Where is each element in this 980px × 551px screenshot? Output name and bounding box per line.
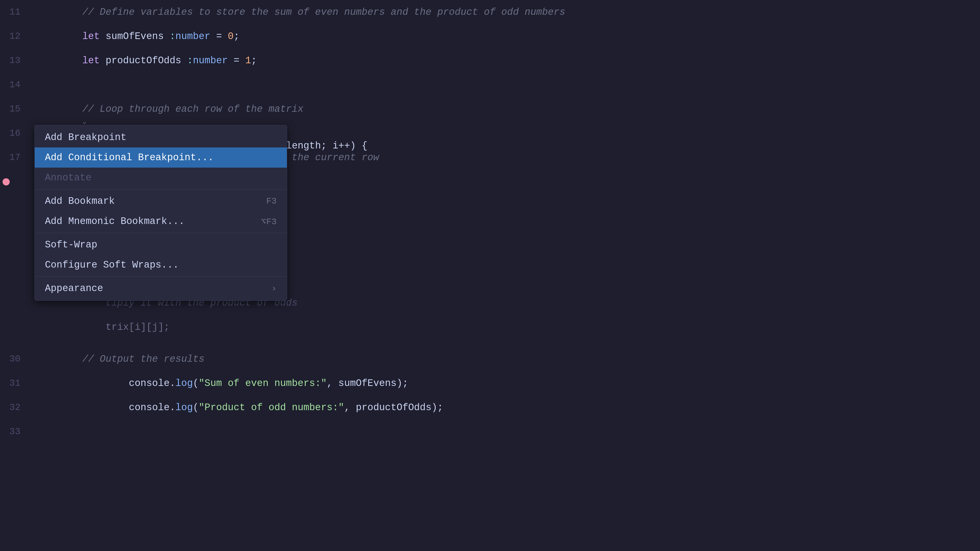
code-line-13: 13 let productOfOdds :number = 1; xyxy=(0,48,980,73)
menu-item-add-breakpoint[interactable]: Add Breakpoint xyxy=(35,127,287,148)
menu-item-add-mnemonic-bookmark-label: Add Mnemonic Bookmark... xyxy=(45,216,185,227)
menu-item-appearance-label: Appearance xyxy=(45,283,103,294)
menu-item-soft-wrap-label: Soft-Wrap xyxy=(45,239,97,250)
menu-item-add-bookmark[interactable]: Add Bookmark F3 xyxy=(35,191,287,211)
line-number-32: 32 xyxy=(0,395,30,420)
menu-item-add-conditional-breakpoint-label: Add Conditional Breakpoint... xyxy=(45,152,213,163)
menu-item-configure-soft-wraps-label: Configure Soft Wraps... xyxy=(45,259,179,270)
menu-separator-3 xyxy=(35,276,287,277)
menu-item-appearance-arrow-icon: › xyxy=(272,284,277,293)
menu-item-soft-wrap[interactable]: Soft-Wrap xyxy=(35,235,287,255)
context-menu: Add Breakpoint Add Conditional Breakpoin… xyxy=(35,125,287,301)
menu-item-add-mnemonic-bookmark-shortcut: ⌥F3 xyxy=(261,216,277,227)
line-content-24: trix[i][j]; xyxy=(30,315,170,339)
line-number-15: 15 xyxy=(0,97,30,121)
menu-item-add-conditional-breakpoint[interactable]: Add Conditional Breakpoint... xyxy=(35,148,287,168)
breakpoint-indicator xyxy=(3,178,10,186)
code-line-33: 33 xyxy=(0,420,980,444)
line-number-30: 30 xyxy=(0,347,30,371)
code-line-24: trix[i][j]; xyxy=(0,315,980,339)
line-number-13: 13 xyxy=(0,48,30,73)
menu-separator-2 xyxy=(35,233,287,233)
menu-item-add-breakpoint-label: Add Breakpoint xyxy=(45,132,126,143)
line-number-14: 14 xyxy=(0,73,30,97)
menu-item-add-bookmark-label: Add Bookmark xyxy=(45,196,115,206)
menu-item-add-mnemonic-bookmark[interactable]: Add Mnemonic Bookmark... ⌥F3 xyxy=(35,211,287,231)
menu-item-add-bookmark-shortcut: F3 xyxy=(266,197,277,206)
code-line-32: 32 console.log("Product of odd numbers:"… xyxy=(0,395,980,420)
line-content-33 xyxy=(30,420,41,444)
editor-container: 11 // Define variables to store the sum … xyxy=(0,0,980,551)
code-line-gap xyxy=(0,339,980,347)
line-number-31: 31 xyxy=(0,371,30,395)
line-number-11: 11 xyxy=(0,0,30,24)
line-number-12: 12 xyxy=(0,24,30,48)
menu-item-annotate: Annotate xyxy=(35,168,287,188)
menu-item-appearance[interactable]: Appearance › xyxy=(35,278,287,299)
menu-item-configure-soft-wraps[interactable]: Configure Soft Wraps... xyxy=(35,255,287,275)
line-number-33: 33 xyxy=(0,420,30,444)
menu-item-annotate-label: Annotate xyxy=(45,172,91,183)
line-number-16: 16 xyxy=(0,121,30,145)
line-number-17: 17 xyxy=(0,145,30,170)
